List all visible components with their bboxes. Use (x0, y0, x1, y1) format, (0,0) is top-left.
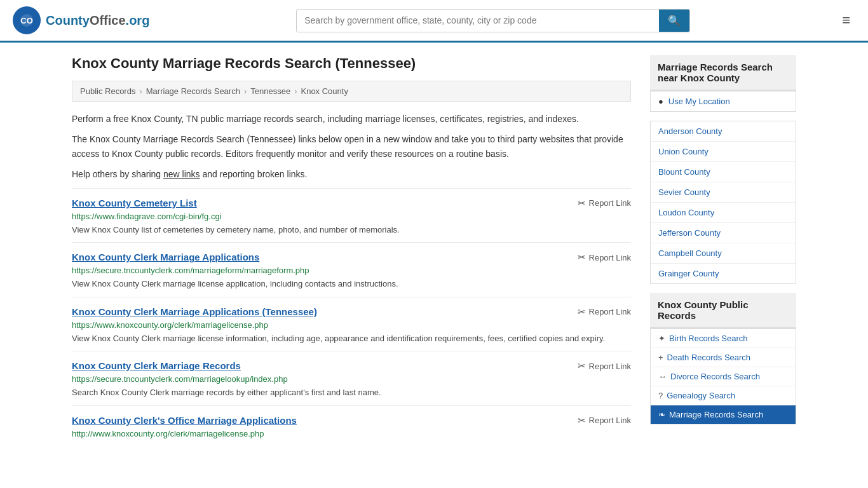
sidebar-nearby-links: ● Use My Location (650, 91, 796, 112)
result-title-4[interactable]: Knox County Clerk's Office Marriage Appl… (72, 415, 297, 426)
main-container: Knox County Marriage Records Search (Ten… (59, 43, 809, 460)
page-title: Knox County Marriage Records Search (Ten… (72, 55, 631, 72)
public-record-link-4[interactable]: Marriage Records Search (669, 410, 763, 419)
result-desc-0: View Knox County list of cemeteries by c… (72, 224, 631, 236)
scissors-icon: ✂ (578, 415, 586, 426)
result-desc-1: View Knox County Clerk marriage license … (72, 278, 631, 290)
result-item: Knox County Cemetery List ✂ Report Link … (72, 188, 631, 243)
location-icon: ● (658, 97, 663, 106)
report-link-4[interactable]: ✂ Report Link (578, 415, 631, 426)
sidebar-county-item[interactable]: Anderson County (651, 121, 796, 142)
sidebar-public-records-title: Knox County Public Records (650, 293, 796, 329)
result-header-0: Knox County Cemetery List ✂ Report Link (72, 198, 631, 209)
result-header-2: Knox County Clerk Marriage Applications … (72, 306, 631, 318)
new-links-link[interactable]: new links (163, 169, 200, 179)
report-link-2[interactable]: ✂ Report Link (578, 306, 631, 318)
scissors-icon: ✂ (578, 360, 586, 372)
result-header-4: Knox County Clerk's Office Marriage Appl… (72, 415, 631, 426)
menu-button[interactable]: ≡ (837, 10, 855, 31)
breadcrumb-current: Knox County (301, 86, 348, 96)
result-header-3: Knox County Clerk Marriage Records ✂ Rep… (72, 360, 631, 372)
result-url-2[interactable]: https://www.knoxcounty.org/clerk/marriag… (72, 320, 631, 330)
report-link-label: Report Link (589, 416, 631, 425)
sidebar-county-item[interactable]: Jefferson County (651, 223, 796, 243)
result-desc-2: View Knox County Clerk marriage license … (72, 332, 631, 345)
breadcrumb-sep-2: › (244, 86, 247, 96)
county-link-0[interactable]: Anderson County (658, 126, 722, 136)
content-area: Knox County Marriage Records Search (Ten… (72, 55, 631, 447)
logo-area: CO CountyOffice.org (13, 6, 149, 34)
record-icon-4: ❧ (658, 410, 665, 419)
report-link-label: Report Link (589, 307, 631, 316)
county-link-7[interactable]: Grainger County (658, 269, 719, 278)
sidebar: Marriage Records Search near Knox County… (650, 55, 796, 447)
result-item: Knox County Clerk Marriage Applications … (72, 242, 631, 297)
report-link-1[interactable]: ✂ Report Link (578, 252, 631, 263)
record-icon-3: ? (658, 391, 663, 400)
sidebar-public-item[interactable]: ? Genealogy Search (651, 386, 796, 405)
breadcrumb-sep-1: › (139, 86, 142, 96)
result-desc-3: Search Knox County Clerk marriage record… (72, 386, 631, 399)
breadcrumb-marriage-records[interactable]: Marriage Records Search (146, 86, 240, 96)
county-link-2[interactable]: Blount County (658, 167, 710, 177)
result-url-4[interactable]: http://www.knoxcounty.org/clerk/marriage… (72, 429, 631, 438)
report-link-0[interactable]: ✂ Report Link (578, 198, 631, 209)
scissors-icon: ✂ (578, 252, 586, 263)
sidebar-public-item[interactable]: + Death Records Search (651, 348, 796, 367)
record-icon-2: ↔ (658, 372, 667, 381)
record-icon-0: ✦ (658, 334, 665, 343)
logo-text: CountyOffice.org (46, 13, 149, 28)
sidebar-county-links: Anderson CountyUnion CountyBlount County… (650, 121, 796, 284)
breadcrumb-tennessee[interactable]: Tennessee (250, 86, 290, 96)
result-title-1[interactable]: Knox County Clerk Marriage Applications (72, 252, 259, 262)
result-url-0[interactable]: https://www.findagrave.com/cgi-bin/fg.cg… (72, 212, 631, 221)
breadcrumb-sep-3: › (294, 86, 297, 96)
report-link-3[interactable]: ✂ Report Link (578, 360, 631, 372)
county-link-1[interactable]: Union County (658, 147, 709, 156)
result-title-2[interactable]: Knox County Clerk Marriage Applications … (72, 306, 317, 317)
sidebar-county-item[interactable]: Campbell County (651, 243, 796, 264)
search-button[interactable]: 🔍 (659, 10, 689, 32)
breadcrumb: Public Records › Marriage Records Search… (72, 81, 631, 102)
logo-icon: CO (13, 6, 41, 34)
public-record-link-2[interactable]: Divorce Records Search (670, 372, 760, 381)
para3-pre: Help others by sharing (72, 169, 163, 179)
description-para1: Perform a free Knox County, TN public ma… (72, 112, 631, 126)
breadcrumb-public-records[interactable]: Public Records (80, 86, 135, 96)
description-para3: Help others by sharing new links and rep… (72, 167, 631, 181)
result-title-3[interactable]: Knox County Clerk Marriage Records (72, 360, 241, 371)
record-icon-1: + (658, 353, 663, 362)
sidebar-public-item[interactable]: ❧ Marriage Records Search (651, 405, 796, 424)
sidebar-county-item[interactable]: Blount County (651, 162, 796, 182)
search-icon: 🔍 (668, 15, 681, 26)
sidebar-county-item[interactable]: Loudon County (651, 203, 796, 223)
hamburger-icon: ≡ (842, 12, 850, 28)
public-record-link-0[interactable]: Birth Records Search (669, 334, 748, 343)
result-item: Knox County Clerk's Office Marriage Appl… (72, 405, 631, 447)
svg-text:CO: CO (20, 16, 33, 25)
sidebar-county-item[interactable]: Sevier County (651, 182, 796, 203)
results-list: Knox County Cemetery List ✂ Report Link … (72, 188, 631, 447)
result-title-0[interactable]: Knox County Cemetery List (72, 198, 197, 208)
county-link-5[interactable]: Jefferson County (658, 228, 721, 238)
use-location-link[interactable]: Use My Location (668, 97, 730, 106)
search-input[interactable] (297, 10, 659, 30)
sidebar-county-item[interactable]: Grainger County (651, 264, 796, 283)
result-url-1[interactable]: https://secure.tncountyclerk.com/marriag… (72, 266, 631, 275)
result-header-1: Knox County Clerk Marriage Applications … (72, 252, 631, 263)
sidebar-public-item[interactable]: ↔ Divorce Records Search (651, 367, 796, 386)
public-record-link-3[interactable]: Genealogy Search (667, 391, 735, 400)
para3-post: and reporting broken links. (200, 169, 308, 179)
result-item: Knox County Clerk Marriage Applications … (72, 297, 631, 351)
county-link-3[interactable]: Sevier County (658, 187, 710, 197)
county-link-4[interactable]: Loudon County (658, 208, 714, 217)
sidebar-county-item[interactable]: Union County (651, 142, 796, 162)
sidebar-nearby-title: Marriage Records Search near Knox County (650, 55, 796, 91)
report-link-label: Report Link (589, 253, 631, 262)
sidebar-use-location[interactable]: ● Use My Location (651, 92, 796, 111)
county-link-6[interactable]: Campbell County (658, 248, 722, 258)
sidebar-public-item[interactable]: ✦ Birth Records Search (651, 329, 796, 348)
public-record-link-1[interactable]: Death Records Search (667, 353, 751, 362)
result-url-3[interactable]: https://secure.tncountyclerk.com/marriag… (72, 374, 631, 384)
search-bar: 🔍 (296, 9, 690, 32)
